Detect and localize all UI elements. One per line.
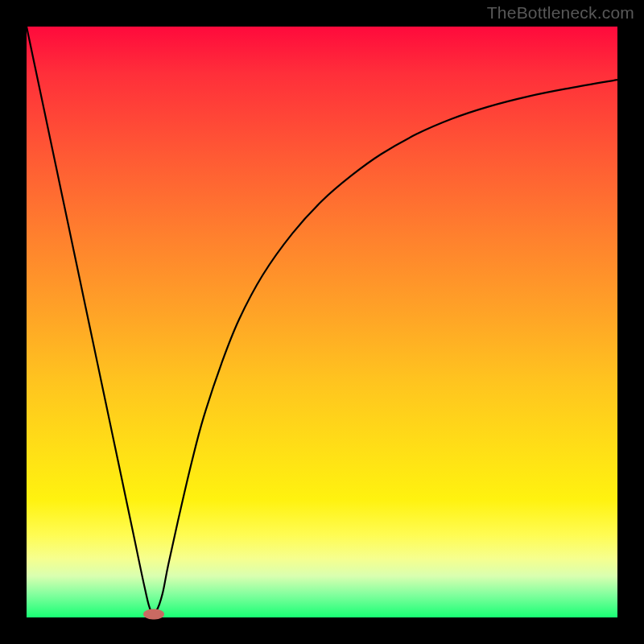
- plot-area: [27, 27, 617, 617]
- bottleneck-curve: [27, 27, 617, 613]
- chart-frame: TheBottleneck.com: [0, 0, 644, 644]
- curve-svg: [27, 27, 617, 617]
- min-marker: [143, 609, 164, 619]
- watermark-text: TheBottleneck.com: [487, 3, 634, 23]
